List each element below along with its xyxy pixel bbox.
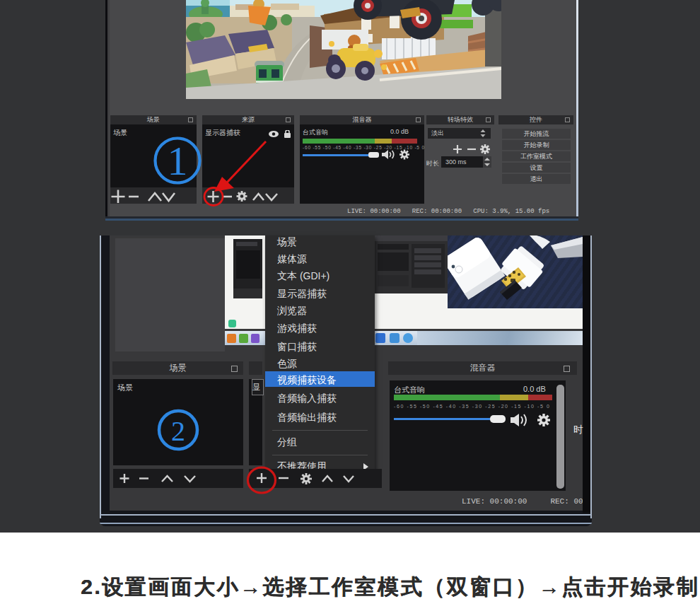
svg-text:1: 1 [168, 138, 188, 184]
svg-text:2: 2 [171, 415, 185, 447]
